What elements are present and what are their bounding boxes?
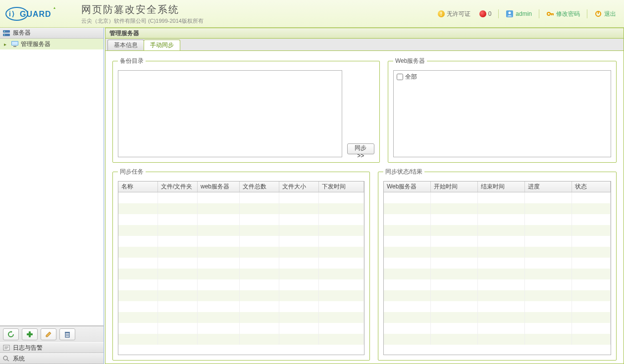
table-row[interactable]	[118, 192, 364, 203]
change-password[interactable]: 修改密码	[543, 10, 583, 18]
backup-legend: 备份目录	[118, 57, 146, 65]
svg-rect-15	[12, 42, 18, 45]
col-file-size[interactable]: 文件大小	[279, 182, 319, 192]
status-legend: 同步状态/结果	[383, 168, 424, 176]
web-server-list[interactable]: 全部	[393, 70, 611, 157]
all-checkbox[interactable]	[397, 74, 403, 80]
table-row[interactable]	[384, 290, 611, 301]
table-row[interactable]	[384, 269, 611, 279]
bottom-row: 同步任务 名称 文件/文件夹 web服务器 文件总数 文件大小 下发时间	[112, 168, 617, 361]
table-row[interactable]	[118, 225, 364, 236]
svg-point-7	[547, 12, 550, 15]
license-status[interactable]: ! 无许可证	[435, 10, 473, 18]
tree-item-management-server[interactable]: ▸ 管理服务器	[0, 39, 104, 49]
table-row[interactable]	[384, 301, 611, 312]
status-grid-header: Web服务器 开始时间 结束时间 进度 状态	[384, 182, 611, 192]
sidebar-section-logs[interactable]: 日志与告警	[0, 342, 104, 353]
status-grid-body[interactable]	[384, 192, 611, 355]
table-row[interactable]	[118, 258, 364, 269]
table-row[interactable]	[384, 258, 611, 269]
col-status[interactable]: 状态	[572, 182, 611, 192]
table-row[interactable]	[384, 312, 611, 323]
table-row[interactable]	[118, 203, 364, 214]
table-row[interactable]	[384, 214, 611, 225]
col-name[interactable]: 名称	[118, 182, 158, 192]
backup-directory-list[interactable]	[118, 70, 342, 157]
web-server-fieldset: Web服务器 全部	[388, 57, 617, 163]
sidebar-toolbar	[0, 326, 104, 342]
logo: i ⟩ GUARD	[5, 4, 74, 24]
separator	[539, 9, 539, 18]
main-layout: 服务器 ▸ 管理服务器 日志与告警	[0, 28, 624, 364]
monitor-icon	[11, 41, 19, 47]
sync-status-fieldset: 同步状态/结果 Web服务器 开始时间 结束时间 进度 状态	[378, 168, 617, 361]
table-row[interactable]	[384, 225, 611, 236]
svg-text:i: i	[9, 10, 11, 18]
top-row: 备份目录 同步>> Web服务器 全部	[112, 57, 617, 163]
svg-marker-4	[53, 7, 55, 9]
change-password-link[interactable]: 修改密码	[556, 10, 580, 18]
refresh-button[interactable]	[3, 328, 19, 340]
col-file-folder[interactable]: 文件/文件夹	[158, 182, 198, 192]
log-icon	[3, 345, 10, 351]
col-web-server[interactable]: Web服务器	[384, 182, 431, 192]
plus-icon	[26, 330, 34, 338]
section-logs-label: 日志与告警	[13, 344, 43, 352]
table-row[interactable]	[118, 301, 364, 312]
logout[interactable]: 退出	[591, 10, 619, 18]
all-checkbox-row[interactable]: 全部	[397, 73, 608, 81]
section-servers-label: 服务器	[13, 29, 31, 37]
col-start-time[interactable]: 开始时间	[431, 182, 478, 192]
trash-icon	[63, 330, 71, 338]
col-end-time[interactable]: 结束时间	[478, 182, 525, 192]
server-icon	[3, 30, 10, 36]
username-link[interactable]: admin	[516, 10, 532, 17]
app-header: i ⟩ GUARD 网页防篡改安全系统 云尖（北京）软件有限公司 (C)1999…	[0, 0, 624, 28]
table-row[interactable]	[384, 323, 611, 334]
section-system-label: 系统	[13, 355, 25, 363]
table-row[interactable]	[384, 247, 611, 258]
logout-link[interactable]: 退出	[604, 10, 616, 18]
magnifier-icon	[3, 356, 10, 362]
tab-content: 备份目录 同步>> Web服务器 全部	[105, 50, 624, 364]
table-row[interactable]	[118, 214, 364, 225]
content-area: 管理服务器 基本信息 手动同步 备份目录 同步>> Web服务器	[104, 28, 624, 364]
tasks-grid-body[interactable]	[118, 192, 364, 355]
user-info[interactable]: admin	[503, 10, 535, 18]
table-row[interactable]	[118, 312, 364, 323]
col-progress[interactable]: 进度	[525, 182, 572, 192]
table-row[interactable]	[118, 279, 364, 290]
table-row[interactable]	[384, 236, 611, 247]
user-icon	[506, 10, 514, 18]
backup-directory-fieldset: 备份目录 同步>>	[112, 57, 380, 163]
table-row[interactable]	[118, 269, 364, 279]
table-row[interactable]	[118, 323, 364, 334]
table-row[interactable]	[118, 247, 364, 258]
header-right: ! 无许可证 0 admin 修改密码 退出	[435, 0, 619, 28]
table-row[interactable]	[384, 279, 611, 290]
sidebar-section-servers[interactable]: 服务器	[0, 28, 104, 39]
table-row[interactable]	[118, 236, 364, 247]
tab-manual-sync[interactable]: 手动同步	[144, 40, 180, 50]
add-button[interactable]	[22, 328, 38, 340]
tree-arrow-icon: ▸	[4, 42, 9, 47]
table-row[interactable]	[384, 203, 611, 214]
table-row[interactable]	[118, 334, 364, 345]
alert-count[interactable]: 0	[476, 10, 495, 17]
server-tree: ▸ 管理服务器	[0, 39, 104, 326]
table-row[interactable]	[384, 334, 611, 345]
svg-rect-21	[65, 332, 70, 333]
separator	[498, 9, 499, 18]
col-dispatch-time[interactable]: 下发时间	[319, 182, 364, 192]
table-row[interactable]	[384, 192, 611, 203]
table-row[interactable]	[118, 290, 364, 301]
svg-marker-17	[11, 331, 12, 333]
tab-basic-info[interactable]: 基本信息	[107, 40, 144, 50]
edit-button[interactable]	[41, 328, 56, 340]
svg-text:⟩: ⟩	[12, 10, 14, 18]
sync-button[interactable]: 同步>>	[347, 143, 374, 154]
col-file-total[interactable]: 文件总数	[240, 182, 279, 192]
col-web-server[interactable]: web服务器	[198, 182, 240, 192]
sidebar-section-system[interactable]: 系统	[0, 353, 104, 364]
delete-button[interactable]	[59, 328, 75, 340]
